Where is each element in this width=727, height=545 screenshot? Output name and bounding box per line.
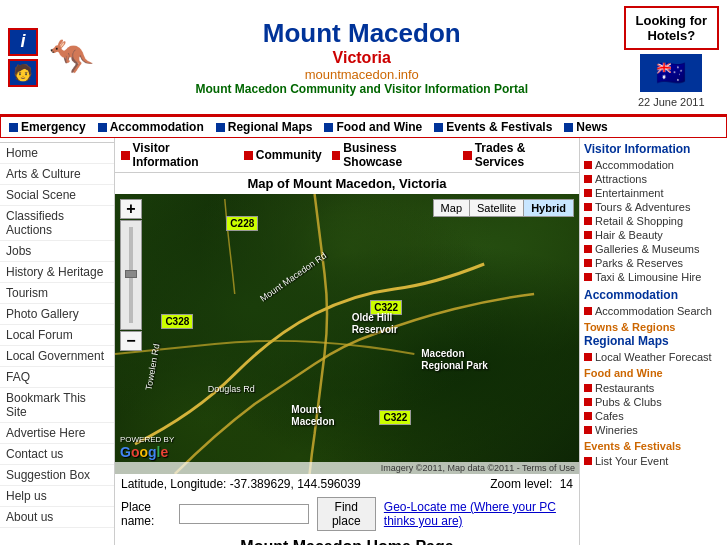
top-nav-item-news[interactable]: News bbox=[564, 120, 607, 134]
right-item-accommodation1[interactable]: Accommodation bbox=[584, 158, 723, 172]
sidebar-item-advertise[interactable]: Advertise Here bbox=[0, 423, 114, 444]
sidebar-item-local-forum[interactable]: Local Forum bbox=[0, 325, 114, 346]
sidebar-item-contact[interactable]: Contact us bbox=[0, 444, 114, 465]
right-sidebar-heading3: Towns & Regions bbox=[584, 321, 723, 333]
top-nav: Emergency Accommodation Regional Maps Fo… bbox=[0, 116, 727, 138]
top-nav-item-regional-maps[interactable]: Regional Maps bbox=[216, 120, 313, 134]
right-link-galleries[interactable]: Galleries & Museums bbox=[595, 243, 700, 255]
right-link-wineries[interactable]: Wineries bbox=[595, 424, 638, 436]
right-item-wineries[interactable]: Wineries bbox=[584, 423, 723, 437]
kangaroo-icon: 🦘 bbox=[42, 25, 100, 90]
right-item-hair[interactable]: Hair & Beauty bbox=[584, 228, 723, 242]
right-item-acc-search[interactable]: Accommodation Search bbox=[584, 304, 723, 318]
top-nav-item-events[interactable]: Events & Festivals bbox=[434, 120, 552, 134]
sub-nav-business[interactable]: Business Showcase bbox=[332, 141, 453, 169]
right-link-tours[interactable]: Tours & Adventures bbox=[595, 201, 690, 213]
top-nav-item-food[interactable]: Food and Wine bbox=[324, 120, 422, 134]
sidebar-item-suggestion[interactable]: Suggestion Box bbox=[0, 465, 114, 486]
red-sq-entertainment bbox=[584, 189, 592, 197]
right-link-weather[interactable]: Local Weather Forecast bbox=[595, 351, 712, 363]
right-link-attractions[interactable]: Attractions bbox=[595, 173, 647, 185]
sub-label-community: Community bbox=[256, 148, 322, 162]
map-container[interactable]: + − Map Satellite Hybrid C228 C328 C322 … bbox=[115, 194, 579, 474]
right-item-restaurants[interactable]: Restaurants bbox=[584, 381, 723, 395]
right-link-retail[interactable]: Retail & Shopping bbox=[595, 215, 683, 227]
right-link-entertainment[interactable]: Entertainment bbox=[595, 187, 663, 199]
right-link-acc-search[interactable]: Accommodation Search bbox=[595, 305, 712, 317]
sidebar-item-photo-gallery[interactable]: Photo Gallery bbox=[0, 304, 114, 325]
right-link-list-event[interactable]: List Your Event bbox=[595, 455, 668, 467]
map-controls-left: + − bbox=[120, 199, 142, 351]
right-item-pubs[interactable]: Pubs & Clubs bbox=[584, 395, 723, 409]
nav-square-food bbox=[324, 123, 333, 132]
right-link-taxi[interactable]: Taxi & Limousine Hire bbox=[595, 271, 701, 283]
right-link-parks[interactable]: Parks & Reserves bbox=[595, 257, 683, 269]
red-sq-cafes bbox=[584, 412, 592, 420]
right-sidebar-heading1: Visitor Information bbox=[584, 142, 723, 156]
map-title: Map of Mount Macedon, Victoria bbox=[115, 173, 579, 194]
sidebar-item-home[interactable]: Home bbox=[0, 143, 114, 164]
top-nav-item-emergency[interactable]: Emergency bbox=[9, 120, 86, 134]
sidebar-item-tourism[interactable]: Tourism bbox=[0, 283, 114, 304]
right-link-pubs[interactable]: Pubs & Clubs bbox=[595, 396, 662, 408]
header-date: 22 June 2011 bbox=[638, 96, 705, 108]
right-item-retail[interactable]: Retail & Shopping bbox=[584, 214, 723, 228]
sidebar-item-help[interactable]: Help us bbox=[0, 486, 114, 507]
right-item-list-event[interactable]: List Your Event bbox=[584, 454, 723, 468]
coords-label: Latitude, Longitude: bbox=[121, 477, 226, 491]
geo-locate-link[interactable]: Geo-Locate me (Where your PC thinks you … bbox=[384, 500, 573, 528]
top-nav-label-accommodation: Accommodation bbox=[110, 120, 204, 134]
sub-square-community bbox=[244, 151, 253, 160]
nav-square-accommodation bbox=[98, 123, 107, 132]
right-item-parks[interactable]: Parks & Reserves bbox=[584, 256, 723, 270]
sidebar-item-local-government[interactable]: Local Government bbox=[0, 346, 114, 367]
site-url[interactable]: mountmacedon.info bbox=[100, 67, 624, 82]
map-type-map[interactable]: Map bbox=[434, 200, 470, 216]
zoom-value: 14 bbox=[560, 477, 573, 491]
right-item-attractions[interactable]: Attractions bbox=[584, 172, 723, 186]
find-place-button[interactable]: Find place bbox=[317, 497, 376, 531]
top-nav-item-accommodation[interactable]: Accommodation bbox=[98, 120, 204, 134]
sidebar-item-faq[interactable]: FAQ bbox=[0, 367, 114, 388]
map-type-hybrid[interactable]: Hybrid bbox=[524, 200, 573, 216]
map-type-satellite[interactable]: Satellite bbox=[470, 200, 524, 216]
right-link-hair[interactable]: Hair & Beauty bbox=[595, 229, 663, 241]
map-zoom-out[interactable]: − bbox=[120, 331, 142, 351]
sub-square-visitor bbox=[121, 151, 130, 160]
hotels-button[interactable]: Looking for Hotels? bbox=[624, 6, 720, 50]
right-link-accommodation1[interactable]: Accommodation bbox=[595, 159, 674, 171]
center-content: Visitor Information Community Business S… bbox=[115, 138, 579, 545]
right-item-entertainment[interactable]: Entertainment bbox=[584, 186, 723, 200]
right-item-weather[interactable]: Local Weather Forecast bbox=[584, 350, 723, 364]
sidebar-item-classifieds[interactable]: Classifieds Auctions bbox=[0, 206, 114, 241]
red-sq-acc-search bbox=[584, 307, 592, 315]
zoom-track bbox=[129, 227, 133, 323]
sidebar-item-social[interactable]: Social Scene bbox=[0, 185, 114, 206]
map-type-buttons: Map Satellite Hybrid bbox=[433, 199, 574, 217]
sub-nav-trades[interactable]: Trades & Services bbox=[463, 141, 573, 169]
sidebar-item-arts[interactable]: Arts & Culture bbox=[0, 164, 114, 185]
sub-nav-visitor[interactable]: Visitor Information bbox=[121, 141, 234, 169]
top-nav-label-regional-maps: Regional Maps bbox=[228, 120, 313, 134]
right-item-cafes[interactable]: Cafes bbox=[584, 409, 723, 423]
map-place-macedon-park: MacedonRegional Park bbox=[421, 348, 488, 372]
right-link-cafes[interactable]: Cafes bbox=[595, 410, 624, 422]
zoom-thumb[interactable] bbox=[125, 270, 137, 278]
place-name-row: Place name: Find place Geo-Locate me (Wh… bbox=[115, 494, 579, 534]
right-item-galleries[interactable]: Galleries & Museums bbox=[584, 242, 723, 256]
right-item-taxi[interactable]: Taxi & Limousine Hire bbox=[584, 270, 723, 284]
sub-nav-community[interactable]: Community bbox=[244, 148, 322, 162]
sidebar-item-jobs[interactable]: Jobs bbox=[0, 241, 114, 262]
sub-square-business bbox=[332, 151, 341, 160]
sub-square-trades bbox=[463, 151, 472, 160]
right-item-tours[interactable]: Tours & Adventures bbox=[584, 200, 723, 214]
top-nav-label-food: Food and Wine bbox=[336, 120, 422, 134]
sidebar-item-history[interactable]: History & Heritage bbox=[0, 262, 114, 283]
right-link-restaurants[interactable]: Restaurants bbox=[595, 382, 654, 394]
sidebar-item-about[interactable]: About us bbox=[0, 507, 114, 528]
place-name-input[interactable] bbox=[179, 504, 309, 524]
map-roads-svg bbox=[115, 194, 579, 474]
map-label-c322b: C322 bbox=[379, 410, 411, 425]
sidebar-item-bookmark[interactable]: Bookmark This Site bbox=[0, 388, 114, 423]
map-zoom-in[interactable]: + bbox=[120, 199, 142, 219]
